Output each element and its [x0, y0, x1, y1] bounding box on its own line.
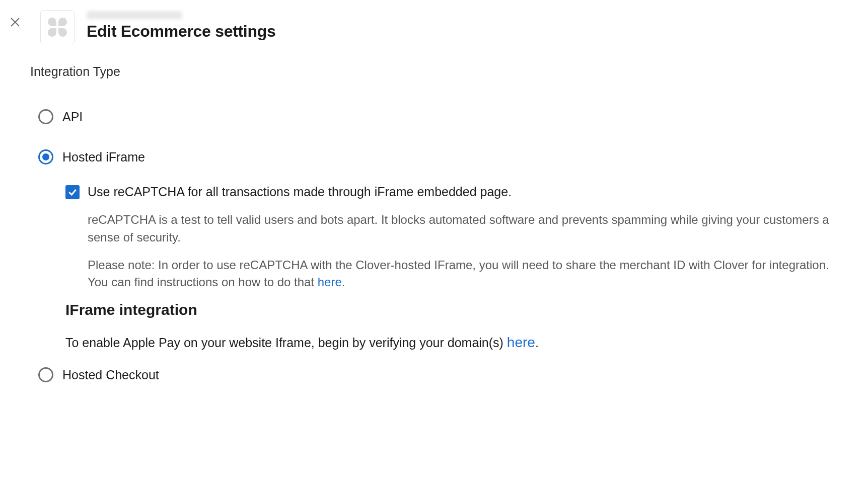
clover-icon [48, 18, 67, 37]
app-logo [40, 10, 75, 44]
recaptcha-here-link[interactable]: here [318, 275, 342, 289]
close-button[interactable] [0, 10, 30, 28]
checkbox-row-recaptcha: Use reCAPTCHA for all transactions made … [65, 185, 838, 199]
page-title: Edit Ecommerce settings [87, 22, 275, 41]
radio-label-hosted-iframe: Hosted iFrame [62, 150, 145, 165]
header-row: Edit Ecommerce settings [0, 0, 868, 44]
breadcrumb-blurred [87, 11, 182, 19]
applepay-here-link[interactable]: here [507, 335, 535, 350]
radio-row-hosted-checkout[interactable]: Hosted Checkout [38, 367, 838, 382]
radio-label-hosted-checkout: Hosted Checkout [62, 368, 159, 382]
radio-row-hosted-iframe[interactable]: Hosted iFrame [38, 149, 838, 165]
title-block: Edit Ecommerce settings [87, 10, 275, 41]
radio-hosted-iframe[interactable] [38, 149, 53, 165]
recaptcha-desc-2-prefix: Please note: In order to use reCAPTCHA w… [88, 258, 829, 289]
iframe-desc-prefix: To enable Apple Pay on your website Ifra… [65, 336, 507, 350]
checkbox-recaptcha[interactable] [65, 185, 80, 199]
hosted-iframe-subblock: Use reCAPTCHA for all transactions made … [65, 185, 838, 352]
recaptcha-desc-2-suffix: . [342, 275, 345, 289]
radio-hosted-checkout[interactable] [38, 367, 53, 382]
checkbox-label-recaptcha: Use reCAPTCHA for all transactions made … [88, 185, 512, 199]
iframe-desc-suffix: . [535, 336, 539, 350]
checkmark-icon [67, 187, 78, 197]
radio-label-api: API [62, 110, 83, 124]
section-label: Integration Type [30, 64, 838, 79]
recaptcha-desc-1: reCAPTCHA is a test to tell valid users … [88, 211, 838, 247]
content: Integration Type API Hosted iFrame Use r… [0, 44, 868, 382]
iframe-integration-desc: To enable Apple Pay on your website Ifra… [65, 333, 838, 352]
radio-api[interactable] [38, 109, 53, 124]
radio-row-api[interactable]: API [38, 109, 838, 124]
recaptcha-desc-2: Please note: In order to use reCAPTCHA w… [88, 257, 838, 292]
iframe-integration-heading: IFrame integration [65, 301, 838, 318]
close-icon [9, 16, 21, 28]
